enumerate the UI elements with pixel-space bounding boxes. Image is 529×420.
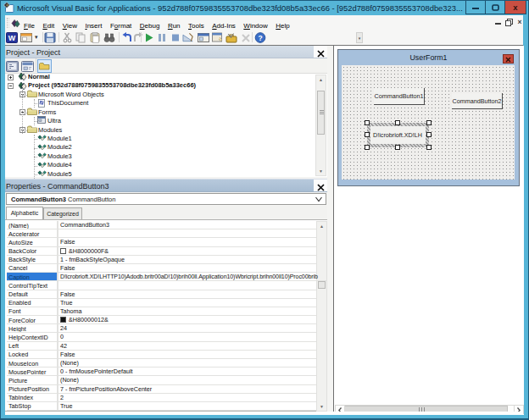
svg-text:W: W bbox=[8, 34, 16, 42]
svg-text:?: ? bbox=[258, 34, 262, 42]
